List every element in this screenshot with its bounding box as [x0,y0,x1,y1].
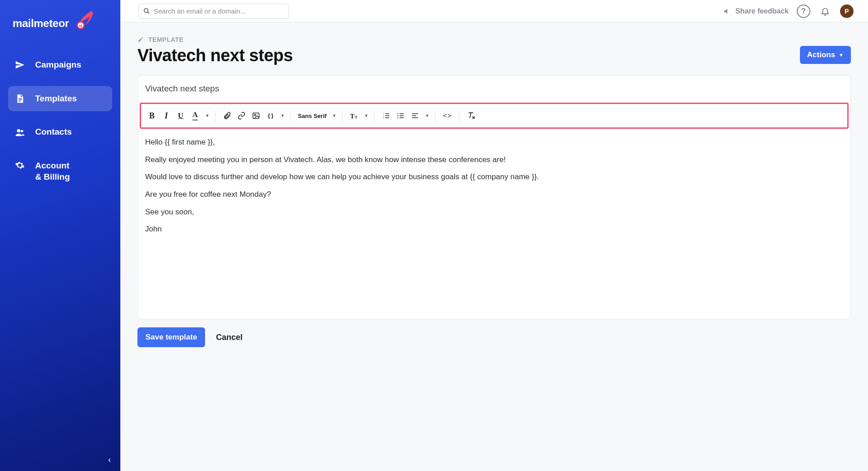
people-icon [14,127,25,137]
text-size-icon: TT [349,111,359,121]
attachment-button[interactable] [220,108,234,124]
sidebar-item-contacts[interactable]: Contacts [8,119,112,145]
share-feedback-label: Share feedback [736,7,789,15]
align-dropdown[interactable]: ▼ [422,108,430,124]
text-color-button[interactable]: A [188,108,202,124]
clear-formatting-button[interactable] [464,108,478,124]
sidebar-item-campaigns[interactable]: Campaigns [8,52,112,78]
variables-button[interactable]: { } [263,108,278,124]
svg-point-6 [17,129,20,132]
svg-text:M: M [79,24,82,28]
notifications-button[interactable] [818,5,832,18]
underline-button[interactable]: U [174,108,188,124]
svg-point-25 [397,117,398,118]
sidebar-item-account-billing[interactable]: Account & Billing [8,153,112,190]
svg-rect-4 [18,100,22,100]
breadcrumb: TEMPLATE [137,36,851,43]
body-line: Would love to discuss further and develo… [145,172,843,183]
subject-text: Vivatech next steps [145,84,219,93]
editor-toolbar: B I U A ▼ [141,104,847,127]
body-line: John [145,224,843,235]
italic-button[interactable]: I [159,108,174,124]
align-button[interactable] [408,108,422,124]
question-icon: ? [801,7,806,15]
megaphone-icon [723,7,732,16]
svg-point-8 [144,9,148,13]
toolbar-highlight: B I U A ▼ [140,103,849,129]
unordered-list-icon [397,112,405,120]
help-button[interactable]: ? [797,5,810,18]
bold-button[interactable]: B [145,108,159,124]
editor-card: Vivatech next steps B I U A ▼ [137,75,851,319]
search-icon [143,8,150,14]
svg-point-24 [397,115,398,116]
font-size-dropdown[interactable]: ▼ [361,108,370,124]
toolbar-separator [342,109,343,122]
svg-rect-10 [253,113,259,118]
bell-icon [820,6,830,16]
text-color-dropdown[interactable]: ▼ [202,108,210,124]
sidebar: mailmeteor M Campaigns [0,0,120,471]
font-family-select[interactable]: Sans Serif [295,113,329,119]
svg-point-23 [397,113,398,114]
sidebar-item-label: Contacts [35,127,72,138]
image-icon [252,112,260,120]
actions-dropdown-button[interactable]: Actions ▼ [800,46,851,64]
nav: Campaigns Templates Contacts Account & B… [8,52,112,190]
document-icon [14,94,25,104]
toolbar-separator [215,109,215,122]
toolbar-separator [435,109,435,122]
svg-point-7 [21,130,23,132]
image-button[interactable] [249,108,263,124]
font-family-dropdown[interactable]: ▼ [329,108,338,124]
body-line: Really enjoyed meeting you in person at … [145,154,843,166]
toolbar-separator [290,109,291,122]
svg-point-11 [254,114,256,116]
font-size-button[interactable]: TT [347,108,361,124]
paperclip-icon [223,112,231,120]
cancel-button[interactable]: Cancel [216,333,242,342]
sidebar-item-templates[interactable]: Templates [8,86,112,112]
ordered-list-icon: 123 [382,112,390,120]
chevron-down-icon: ▼ [839,52,844,58]
html-code-button[interactable]: < > [440,108,454,124]
topbar: Share feedback ? P [120,0,868,23]
sidebar-item-label: Account & Billing [35,160,70,182]
body-line: See you soon, [145,207,843,218]
ordered-list-button[interactable]: 123 [379,108,393,124]
search-input-wrap[interactable] [138,4,289,19]
logo-comet-icon: M [73,9,95,31]
variables-dropdown[interactable]: ▼ [278,108,286,124]
content: TEMPLATE Vivatech next steps Actions ▼ V… [120,23,868,471]
share-feedback-button[interactable]: Share feedback [723,7,789,16]
send-icon [14,60,25,70]
save-template-button[interactable]: Save template [137,327,205,347]
align-icon [411,112,419,120]
logo-text: mailmeteor [13,17,69,30]
svg-line-9 [147,12,149,14]
svg-text:T: T [350,113,354,120]
svg-rect-3 [18,98,22,99]
page-title: Vivatech next steps [137,46,293,65]
subject-field[interactable]: Vivatech next steps [138,76,850,102]
avatar[interactable]: P [840,5,854,18]
clear-format-icon [466,111,475,120]
body-line: Hello {{ first name }}, [145,137,843,148]
toolbar-separator [459,109,459,122]
search-input[interactable] [154,7,284,15]
toolbar-separator [374,109,375,122]
body-line: Are you free for coffee next Monday? [145,189,843,200]
sidebar-collapse-button[interactable] [104,455,115,466]
link-icon [238,112,246,120]
logo[interactable]: mailmeteor M [8,13,112,34]
editor-body[interactable]: Hello {{ first name }}, Really enjoyed m… [138,130,850,319]
footer-actions: Save template Cancel [137,327,851,347]
svg-rect-5 [18,101,21,101]
actions-label: Actions [807,50,835,59]
pencil-icon [137,36,144,43]
unordered-list-button[interactable] [393,108,408,124]
sidebar-item-label: Campaigns [35,59,81,71]
svg-text:3: 3 [383,117,384,119]
link-button[interactable] [234,108,249,124]
svg-text:T: T [355,115,357,119]
